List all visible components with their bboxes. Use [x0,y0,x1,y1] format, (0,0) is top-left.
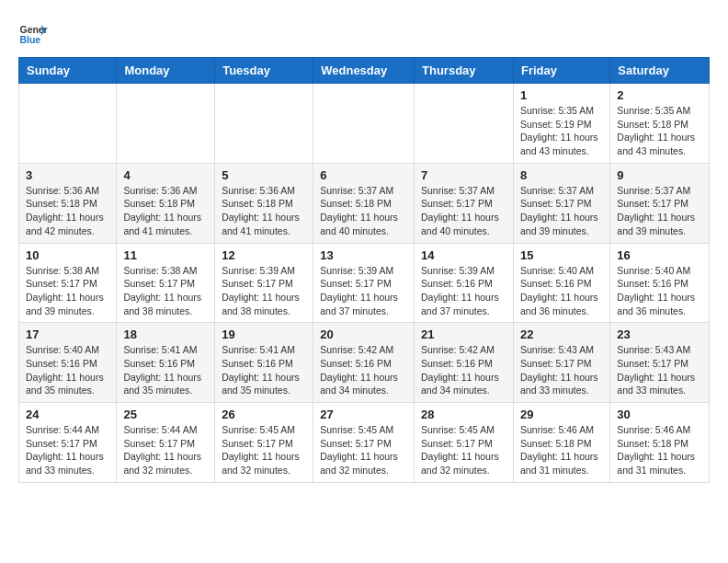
day-number: 5 [222,168,306,182]
calendar-cell: 24Sunrise: 5:44 AMSunset: 5:17 PMDayligh… [19,403,117,483]
day-number: 13 [320,248,407,262]
day-info: Sunrise: 5:43 AMSunset: 5:17 PMDaylight:… [520,343,603,397]
calendar-cell: 4Sunrise: 5:36 AMSunset: 5:18 PMDaylight… [117,163,215,243]
day-info: Sunrise: 5:37 AMSunset: 5:18 PMDaylight:… [320,184,407,238]
day-number: 1 [520,88,603,102]
day-info: Sunrise: 5:43 AMSunset: 5:17 PMDaylight:… [617,343,702,397]
day-number: 16 [617,248,702,262]
calendar-cell: 1Sunrise: 5:35 AMSunset: 5:19 PMDaylight… [513,84,609,164]
calendar-cell: 3Sunrise: 5:36 AMSunset: 5:18 PMDaylight… [19,163,117,243]
day-number: 10 [26,248,109,262]
calendar-cell [415,84,514,164]
day-info: Sunrise: 5:38 AMSunset: 5:17 PMDaylight:… [26,264,109,318]
day-info: Sunrise: 5:46 AMSunset: 5:18 PMDaylight:… [520,423,603,477]
column-header-friday: Friday [513,58,609,84]
column-header-wednesday: Wednesday [313,58,415,84]
day-info: Sunrise: 5:41 AMSunset: 5:16 PMDaylight:… [222,343,306,397]
day-info: Sunrise: 5:39 AMSunset: 5:16 PMDaylight:… [421,264,506,318]
day-number: 23 [617,327,702,341]
calendar-cell: 20Sunrise: 5:42 AMSunset: 5:16 PMDayligh… [313,323,415,403]
day-number: 29 [520,408,603,421]
day-info: Sunrise: 5:36 AMSunset: 5:18 PMDaylight:… [26,184,109,238]
calendar-cell: 26Sunrise: 5:45 AMSunset: 5:17 PMDayligh… [215,403,313,483]
day-number: 15 [520,248,603,262]
calendar-cell: 18Sunrise: 5:41 AMSunset: 5:16 PMDayligh… [117,323,215,403]
calendar-cell: 7Sunrise: 5:37 AMSunset: 5:17 PMDaylight… [415,163,514,243]
day-number: 8 [520,168,603,182]
day-info: Sunrise: 5:38 AMSunset: 5:17 PMDaylight:… [123,264,208,318]
calendar-cell: 29Sunrise: 5:46 AMSunset: 5:18 PMDayligh… [513,403,609,483]
calendar-cell: 16Sunrise: 5:40 AMSunset: 5:16 PMDayligh… [610,243,710,323]
day-info: Sunrise: 5:46 AMSunset: 5:18 PMDaylight:… [617,423,702,477]
logo: General Blue [18,18,51,48]
day-info: Sunrise: 5:39 AMSunset: 5:17 PMDaylight:… [320,264,407,318]
day-info: Sunrise: 5:37 AMSunset: 5:17 PMDaylight:… [520,184,603,238]
calendar-cell: 22Sunrise: 5:43 AMSunset: 5:17 PMDayligh… [513,323,609,403]
calendar-cell: 28Sunrise: 5:45 AMSunset: 5:17 PMDayligh… [415,403,514,483]
calendar-cell [215,84,313,164]
calendar-table: SundayMondayTuesdayWednesdayThursdayFrid… [18,57,710,483]
day-number: 24 [26,408,109,421]
day-info: Sunrise: 5:45 AMSunset: 5:17 PMDaylight:… [320,423,407,477]
calendar-cell: 2Sunrise: 5:35 AMSunset: 5:18 PMDaylight… [610,84,710,164]
calendar-cell: 23Sunrise: 5:43 AMSunset: 5:17 PMDayligh… [610,323,710,403]
calendar-cell: 30Sunrise: 5:46 AMSunset: 5:18 PMDayligh… [610,403,710,483]
calendar-cell: 5Sunrise: 5:36 AMSunset: 5:18 PMDaylight… [215,163,313,243]
calendar-week-row: 1Sunrise: 5:35 AMSunset: 5:19 PMDaylight… [19,84,710,164]
calendar-cell: 13Sunrise: 5:39 AMSunset: 5:17 PMDayligh… [313,243,415,323]
day-number: 19 [222,327,306,341]
calendar-cell: 17Sunrise: 5:40 AMSunset: 5:16 PMDayligh… [19,323,117,403]
day-info: Sunrise: 5:44 AMSunset: 5:17 PMDaylight:… [123,423,208,477]
day-info: Sunrise: 5:40 AMSunset: 5:16 PMDaylight:… [520,264,603,318]
day-info: Sunrise: 5:35 AMSunset: 5:18 PMDaylight:… [617,104,702,158]
day-number: 14 [421,248,506,262]
day-info: Sunrise: 5:36 AMSunset: 5:18 PMDaylight:… [222,184,306,238]
day-info: Sunrise: 5:42 AMSunset: 5:16 PMDaylight:… [421,343,506,397]
day-info: Sunrise: 5:37 AMSunset: 5:17 PMDaylight:… [617,184,702,238]
calendar-cell: 12Sunrise: 5:39 AMSunset: 5:17 PMDayligh… [215,243,313,323]
column-header-sunday: Sunday [19,58,117,84]
day-number: 9 [617,168,702,182]
calendar-week-row: 10Sunrise: 5:38 AMSunset: 5:17 PMDayligh… [19,243,710,323]
svg-text:Blue: Blue [20,35,41,45]
calendar-cell: 9Sunrise: 5:37 AMSunset: 5:17 PMDaylight… [610,163,710,243]
calendar-cell [117,84,215,164]
calendar-cell: 27Sunrise: 5:45 AMSunset: 5:17 PMDayligh… [313,403,415,483]
column-header-thursday: Thursday [415,58,514,84]
day-info: Sunrise: 5:45 AMSunset: 5:17 PMDaylight:… [421,423,506,477]
logo-icon: General Blue [18,18,48,48]
day-number: 26 [222,408,306,421]
day-info: Sunrise: 5:41 AMSunset: 5:16 PMDaylight:… [123,343,208,397]
day-info: Sunrise: 5:35 AMSunset: 5:19 PMDaylight:… [520,104,603,158]
day-number: 25 [123,408,208,421]
day-number: 2 [617,88,702,102]
column-header-monday: Monday [117,58,215,84]
day-number: 28 [421,408,506,421]
day-number: 7 [421,168,506,182]
day-info: Sunrise: 5:39 AMSunset: 5:17 PMDaylight:… [222,264,306,318]
calendar-cell: 19Sunrise: 5:41 AMSunset: 5:16 PMDayligh… [215,323,313,403]
calendar-header-row: SundayMondayTuesdayWednesdayThursdayFrid… [19,58,710,84]
calendar-cell: 11Sunrise: 5:38 AMSunset: 5:17 PMDayligh… [117,243,215,323]
calendar-cell [19,84,117,164]
day-info: Sunrise: 5:40 AMSunset: 5:16 PMDaylight:… [26,343,109,397]
day-info: Sunrise: 5:36 AMSunset: 5:18 PMDaylight:… [123,184,208,238]
calendar-cell: 8Sunrise: 5:37 AMSunset: 5:17 PMDaylight… [513,163,609,243]
calendar-cell [313,84,415,164]
day-info: Sunrise: 5:45 AMSunset: 5:17 PMDaylight:… [222,423,306,477]
day-number: 18 [123,327,208,341]
calendar-cell: 15Sunrise: 5:40 AMSunset: 5:16 PMDayligh… [513,243,609,323]
calendar-cell: 6Sunrise: 5:37 AMSunset: 5:18 PMDaylight… [313,163,415,243]
day-info: Sunrise: 5:42 AMSunset: 5:16 PMDaylight:… [320,343,407,397]
day-number: 17 [26,327,109,341]
day-number: 22 [520,327,603,341]
calendar-week-row: 3Sunrise: 5:36 AMSunset: 5:18 PMDaylight… [19,163,710,243]
calendar-week-row: 24Sunrise: 5:44 AMSunset: 5:17 PMDayligh… [19,403,710,483]
calendar-week-row: 17Sunrise: 5:40 AMSunset: 5:16 PMDayligh… [19,323,710,403]
calendar-cell: 14Sunrise: 5:39 AMSunset: 5:16 PMDayligh… [415,243,514,323]
calendar-cell: 21Sunrise: 5:42 AMSunset: 5:16 PMDayligh… [415,323,514,403]
calendar-cell: 10Sunrise: 5:38 AMSunset: 5:17 PMDayligh… [19,243,117,323]
day-number: 30 [617,408,702,421]
day-number: 6 [320,168,407,182]
day-number: 12 [222,248,306,262]
